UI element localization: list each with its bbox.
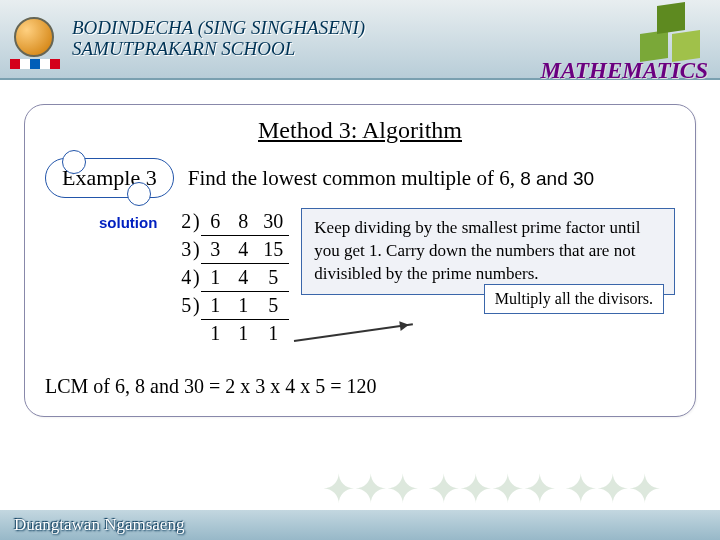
example-label-cloud: Example 3 [45,158,174,198]
problem-nums: 8 and 30 [520,168,594,189]
division-bracket [191,236,201,264]
school-logo [10,9,60,69]
problem-pre: Find the lowest common multiple of 6, [188,166,520,190]
algorithm-table: 2 6 8 30 3 3 4 15 4 1 4 5 5 [169,208,289,347]
algo-row-2: 3 3 4 15 [169,236,289,264]
algo-row-1: 2 6 8 30 [169,208,289,236]
school-line-2: SAMUTPRAKARN SCHOOL [72,39,365,60]
author-name: Duangtawan Ngamsaeng [14,515,184,535]
algo-row-4: 5 1 1 5 [169,292,289,320]
algo-row-3: 4 1 4 5 [169,264,289,292]
example-row: Example 3 Find the lowest common multipl… [45,158,675,198]
division-bracket [191,264,201,292]
content-panel: Method 3: Algorithm Example 3 Find the l… [24,104,696,417]
grass-decor: ✦✦✦ ✦✦✦✦ ✦✦✦ [322,466,660,512]
school-name: BODINDECHA (SING SINGHASENI) SAMUTPRAKAR… [72,18,365,60]
method-title: Method 3: Algorithm [45,117,675,144]
solution-row: solution 2 6 8 30 3 3 4 15 4 1 4 5 [45,208,675,347]
explanation-main: Keep dividing by the smallest prime fact… [314,218,640,283]
explanation-sub: Multiply all the divisors. [484,284,664,314]
solution-label: solution [99,214,157,231]
school-line-1: BODINDECHA (SING SINGHASENI) [72,18,365,39]
division-bracket [191,208,201,236]
explanation-box: Keep dividing by the smallest prime fact… [301,208,675,295]
division-bracket [191,292,201,320]
arrow-to-divisors [294,323,413,342]
problem-statement: Find the lowest common multiple of 6, 8 … [188,166,594,191]
lcm-result: LCM of 6, 8 and 30 = 2 x 3 x 4 x 5 = 120 [45,375,675,398]
subject-label: MATHEMATICS [541,58,708,84]
slide-header: BODINDECHA (SING SINGHASENI) SAMUTPRAKAR… [0,0,720,80]
algo-row-final: 1 1 1 [169,320,289,347]
